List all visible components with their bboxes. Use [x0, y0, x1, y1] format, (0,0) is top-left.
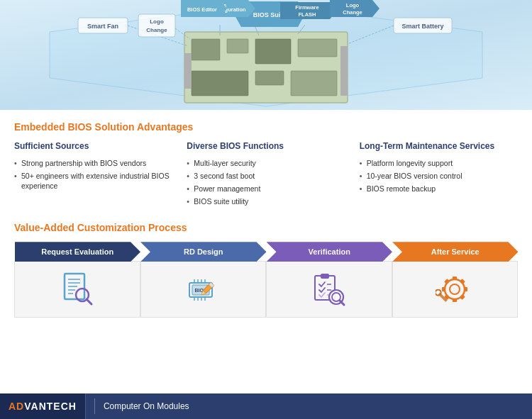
svg-rect-6	[298, 39, 337, 57]
process-steps: Request Evaluation	[14, 242, 518, 318]
svg-rect-71	[453, 298, 457, 302]
svg-rect-70	[453, 276, 457, 280]
list-item: 3 second fast boot	[187, 171, 345, 181]
hero-section: BIOS Suite Configuration Tools Firmware …	[0, 0, 532, 110]
col2-title: Diverse BIOS Functions	[187, 141, 345, 152]
svg-text:Logo: Logo	[150, 18, 164, 25]
svg-rect-77	[460, 294, 465, 300]
svg-rect-9	[291, 71, 337, 96]
svg-text:Change: Change	[343, 9, 362, 16]
step2-header: RD Design	[140, 242, 267, 262]
footer: ADVANTECH Computer On Modules	[0, 393, 532, 419]
footer-divider	[94, 398, 95, 414]
step4-label: After Service	[431, 247, 480, 256]
footer-logo: ADVANTECH	[9, 401, 77, 412]
step2-label: RD Design	[184, 247, 223, 256]
step3-header: Verification	[267, 242, 393, 262]
col3-list: Platform longevity support 10-year BIOS …	[360, 158, 518, 194]
step-verification: Verification	[266, 242, 392, 318]
col2-list: Multi-layer security 3 second fast boot …	[187, 158, 345, 207]
advantages-section: Embedded BIOS Solution Advantages Suffic…	[14, 121, 518, 209]
svg-rect-3	[192, 39, 220, 60]
svg-rect-72	[442, 287, 445, 291]
svg-text:Firmware: Firmware	[295, 4, 318, 11]
col1-title: Sufficient Sources	[14, 141, 172, 152]
svg-rect-7	[192, 71, 248, 96]
advantages-grid: Sufficient Sources Strong partnership wi…	[14, 141, 518, 209]
col-diverse-bios: Diverse BIOS Functions Multi-layer secur…	[187, 141, 345, 209]
svg-rect-74	[460, 279, 465, 284]
list-item: Platform longevity support	[360, 158, 518, 168]
verification-icon	[309, 270, 348, 309]
col-longterm: Long-Term Maintenance Services Platform …	[360, 141, 518, 209]
col1-list: Strong partnership with BIOS vendors 50+…	[14, 158, 172, 191]
svg-text:FLASH: FLASH	[299, 11, 316, 18]
list-item: Strong partnership with BIOS vendors	[14, 158, 172, 168]
svg-rect-4	[227, 39, 248, 53]
list-item: 50+ engineers with extensive industrial …	[14, 171, 172, 191]
svg-line-44	[87, 299, 92, 304]
step-request-evaluation: Request Evaluation	[14, 242, 140, 318]
svg-line-67	[340, 301, 344, 305]
rd-design-icon: BIOS	[184, 270, 223, 309]
svg-text:Logo: Logo	[346, 2, 360, 9]
svg-text:Change: Change	[146, 27, 167, 33]
step2-icon-area: BIOS	[140, 261, 267, 318]
svg-text:Smart Fan: Smart Fan	[87, 23, 118, 30]
request-evaluation-icon	[57, 270, 96, 309]
footer-logo-vantech: VANTECH	[24, 401, 77, 412]
svg-rect-76	[444, 279, 450, 284]
list-item: Multi-layer security	[187, 158, 345, 168]
list-item: BIOS suite utility	[187, 196, 345, 206]
step3-icon-area	[266, 261, 392, 318]
svg-rect-61	[321, 274, 329, 279]
step1-icon-area	[14, 261, 140, 318]
hero-illustration: BIOS Suite Configuration Tools Firmware …	[0, 0, 532, 110]
svg-rect-73	[464, 287, 467, 291]
col3-title: Long-Term Maintenance Services	[360, 141, 518, 152]
footer-subtitle: Computer On Modules	[104, 401, 189, 411]
list-item: Power management	[187, 184, 345, 194]
step-rd-design: RD Design BIOS	[140, 242, 267, 318]
footer-logo-ad: AD	[9, 401, 24, 412]
svg-rect-8	[255, 71, 284, 85]
svg-text:BIOS Editor: BIOS Editor	[187, 6, 217, 13]
process-title: Value-Added Customization Process	[14, 222, 518, 233]
step-after-service: After Service	[392, 242, 519, 318]
svg-rect-5	[255, 39, 291, 64]
step1-label: Request Evaluation	[41, 247, 113, 256]
col-sufficient-sources: Sufficient Sources Strong partnership wi…	[14, 141, 172, 209]
main-content: Embedded BIOS Solution Advantages Suffic…	[0, 110, 532, 325]
svg-rect-11	[184, 53, 192, 89]
footer-logo-area: ADVANTECH	[0, 393, 86, 419]
svg-point-69	[450, 284, 460, 294]
svg-rect-10	[340, 46, 348, 96]
list-item: 10-year BIOS version control	[360, 171, 518, 181]
step1-header: Request Evaluation	[15, 242, 141, 262]
step4-icon-area	[392, 261, 519, 318]
svg-rect-28	[138, 14, 175, 37]
process-section: Value-Added Customization Process Reques…	[14, 222, 518, 318]
svg-text:Smart Battery: Smart Battery	[401, 23, 443, 30]
after-service-icon	[436, 270, 475, 309]
advantages-title: Embedded BIOS Solution Advantages	[14, 121, 518, 133]
list-item: BIOS remote backup	[360, 184, 518, 194]
step4-header: After Service	[392, 242, 519, 262]
step3-label: Verification	[309, 247, 350, 256]
